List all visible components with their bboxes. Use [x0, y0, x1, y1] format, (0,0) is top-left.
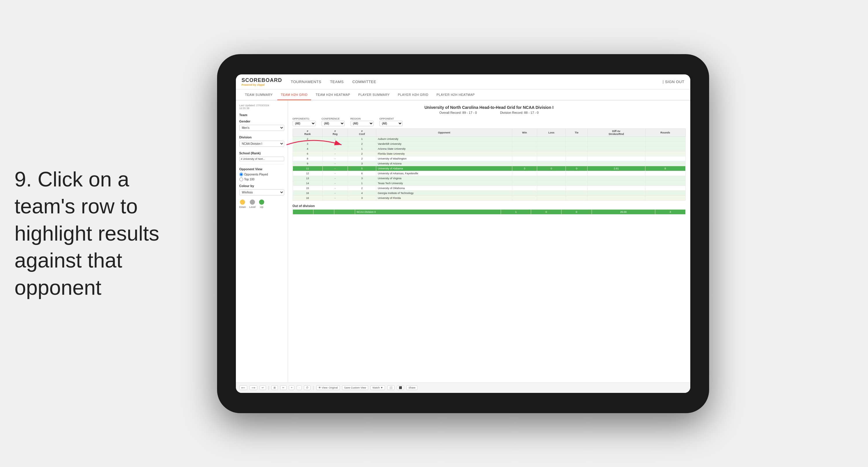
- view-label: View: Original: [322, 386, 338, 389]
- out-of-div-win: 1: [501, 209, 531, 214]
- colour-by-label: Colour by: [239, 184, 284, 187]
- nav-sign-out[interactable]: Sign out: [665, 79, 684, 85]
- cell-loss: [537, 185, 566, 191]
- cut-button[interactable]: ✂: [280, 385, 286, 390]
- table-row[interactable]: 13-3University of Virginia: [292, 176, 685, 181]
- nav-teams[interactable]: TEAMS: [330, 79, 344, 85]
- cell-rounds: [645, 141, 685, 146]
- cell-opponent: University of Alabama: [376, 166, 512, 171]
- cell-rounds: [645, 181, 685, 185]
- out-of-division-row[interactable]: NCAA Division II 1 0 0 26.00 3: [292, 209, 685, 214]
- cell-diff: [587, 161, 645, 166]
- watch-button[interactable]: Watch ▼: [370, 385, 385, 390]
- out-of-div-name: NCAA Division II: [355, 209, 501, 214]
- table-row[interactable]: 6-2Florida State University: [292, 151, 685, 156]
- gender-select[interactable]: Men's: [239, 125, 284, 131]
- table-header-row: #Rank #Reg #Conf Opponent Win Loss Tie D…: [292, 128, 685, 136]
- layout-button-1[interactable]: ⬜: [387, 385, 395, 390]
- table-row[interactable]: 11-5University of Alabama3002.618: [292, 166, 685, 171]
- cell-loss: [537, 196, 566, 200]
- opponents-filter: Opponents: (All): [292, 117, 316, 126]
- cell-opponent: University of Arizona: [376, 161, 512, 166]
- view-original-button[interactable]: 👁 View: Original: [316, 385, 340, 390]
- opponent-select[interactable]: (All): [379, 121, 403, 126]
- cell-opponent: University of Florida: [376, 196, 512, 200]
- cell-conf: 4: [348, 191, 376, 196]
- table-row[interactable]: 9-3University of Arizona: [292, 161, 685, 166]
- cell-opponent: University of Arkansas, Fayetteville: [376, 171, 512, 176]
- legend-up: Up: [259, 200, 264, 208]
- separator-2: |: [313, 385, 314, 390]
- table-row[interactable]: 2-1Auburn University: [292, 136, 685, 141]
- share-button[interactable]: Share: [406, 385, 417, 390]
- team-label: Team: [239, 113, 284, 117]
- cell-conf: 2: [348, 156, 376, 161]
- cell-win: [512, 171, 537, 176]
- table-row[interactable]: 14-1Texas Tech University: [292, 181, 685, 185]
- table-row[interactable]: 15-2University of Oklahoma: [292, 185, 685, 191]
- cell-conf: 2: [348, 141, 376, 146]
- table-row[interactable]: 12-6University of Arkansas, Fayetteville: [292, 171, 685, 176]
- nav-tournaments[interactable]: TOURNAMENTS: [291, 79, 321, 85]
- logo-powered: Powered by clippd: [242, 83, 282, 86]
- tab-team-h2h-heatmap[interactable]: TEAM H2H HEATMAP: [312, 90, 354, 100]
- dot-button[interactable]: ·: [297, 385, 302, 390]
- cell-win: [512, 185, 537, 191]
- cell-opponent: Auburn University: [376, 136, 512, 141]
- opponents-select[interactable]: (All): [292, 121, 316, 126]
- undo-button[interactable]: ⟵: [239, 385, 247, 390]
- cell-conf: 3: [348, 196, 376, 200]
- reset-button[interactable]: ↩: [259, 385, 266, 390]
- cell-reg: -: [322, 181, 348, 185]
- grid-button[interactable]: ⊞: [272, 385, 278, 390]
- cell-rank: 16: [292, 191, 322, 196]
- grid-records: Overall Record: 89 - 17 - 0 Division Rec…: [292, 111, 686, 114]
- cell-rounds: 8: [645, 166, 685, 171]
- table-row[interactable]: 4-1Arizona State University: [292, 146, 685, 151]
- legend-level-circle: [250, 200, 255, 205]
- main-content: Last Updated: 27/03/2024 16:55:38 Team G…: [236, 100, 690, 382]
- cell-win: [512, 196, 537, 200]
- add-button[interactable]: +: [289, 385, 294, 390]
- region-filter: Region (All): [350, 117, 374, 126]
- tab-team-summary[interactable]: TEAM SUMMARY: [242, 90, 276, 100]
- cell-rank: 8: [292, 156, 322, 161]
- cell-rank: 16: [292, 196, 322, 200]
- cell-rounds: [645, 156, 685, 161]
- cell-rank: 13: [292, 176, 322, 181]
- cell-conf: 3: [348, 161, 376, 166]
- tab-team-h2h-grid[interactable]: TEAM H2H GRID: [277, 90, 311, 100]
- cell-opponent: Florida State University: [376, 151, 512, 156]
- separator-1: |: [268, 385, 270, 390]
- tab-player-h2h-grid[interactable]: PLAYER H2H GRID: [395, 90, 432, 100]
- timer-button[interactable]: ⏱: [304, 385, 311, 390]
- table-row[interactable]: 16-3University of Florida: [292, 196, 685, 200]
- redo-button[interactable]: ⟶: [249, 385, 257, 390]
- table-row[interactable]: 16-4Georgia Institute of Technology: [292, 191, 685, 196]
- cell-diff: [587, 171, 645, 176]
- last-updated: Last Updated: 27/03/2024 16:55:38: [239, 104, 284, 110]
- col-opponent: Opponent: [376, 128, 512, 136]
- table-row[interactable]: 8-2University of Washington: [292, 156, 685, 161]
- grid-title: University of North Carolina Head-to-Hea…: [292, 105, 686, 110]
- conference-select[interactable]: (All): [321, 121, 345, 126]
- radio-top100[interactable]: Top 100: [239, 177, 284, 181]
- tab-player-summary[interactable]: PLAYER SUMMARY: [355, 90, 393, 100]
- cell-reg: -: [322, 166, 348, 171]
- cell-diff: [587, 151, 645, 156]
- division-select[interactable]: NCAA Division I: [239, 141, 284, 147]
- table-row[interactable]: 3-2Vanderbilt University: [292, 141, 685, 146]
- nav-committee[interactable]: COMMITTEE: [352, 79, 376, 85]
- colour-by-select[interactable]: Win/loss: [239, 189, 284, 196]
- col-reg: #Reg: [322, 128, 348, 136]
- out-of-division-label: Out of division: [292, 204, 686, 208]
- view-icon: 👁: [318, 386, 321, 389]
- layout-button-2[interactable]: ⬛: [397, 385, 404, 390]
- region-select[interactable]: (All): [350, 121, 374, 126]
- logo-area: SCOREBOARD Powered by clippd: [242, 77, 282, 86]
- tab-player-h2h-heatmap[interactable]: PLAYER H2H HEATMAP: [433, 90, 478, 100]
- radio-opponents-played[interactable]: Opponents Played: [239, 173, 284, 176]
- cell-reg: -: [322, 156, 348, 161]
- save-custom-view-button[interactable]: Save Custom View: [342, 385, 368, 390]
- cell-diff: [587, 156, 645, 161]
